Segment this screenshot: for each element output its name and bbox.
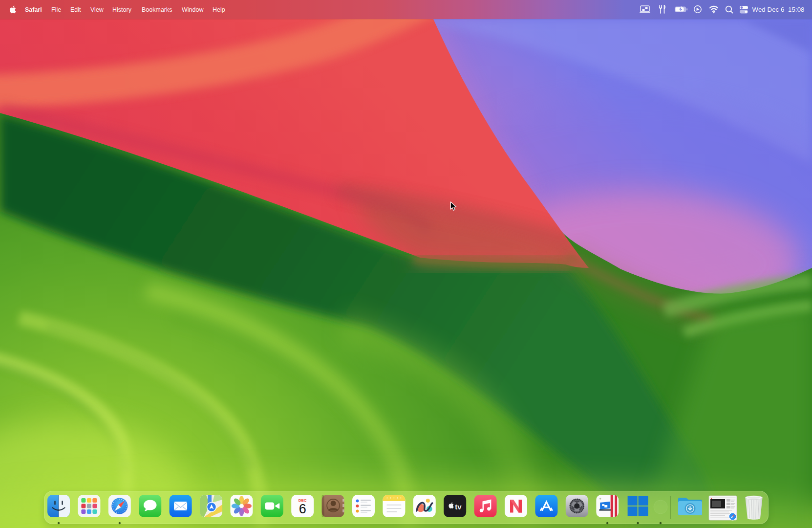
svg-text:6: 6	[299, 502, 306, 516]
svg-text:tv: tv	[455, 503, 462, 511]
